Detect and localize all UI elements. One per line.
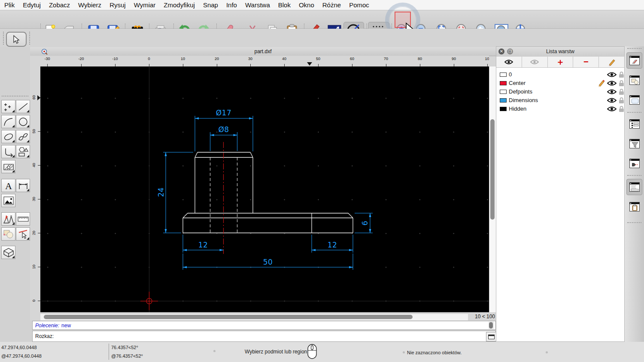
layer-lock-icon[interactable] — [619, 88, 624, 95]
menu-snap[interactable]: Snap — [203, 1, 218, 9]
dim-12-right-label: 12 — [328, 241, 337, 249]
dock-clipboard-button[interactable] — [626, 199, 642, 215]
hide-all-layers-button[interactable] — [522, 57, 548, 68]
layer-visible-icon[interactable] — [607, 80, 617, 86]
layer-name: Defpoints — [509, 88, 532, 95]
dock-selection-filter-button[interactable] — [626, 136, 642, 152]
layer-row-dimensions[interactable]: Dimensions — [496, 96, 624, 105]
status-grip-dot — [213, 350, 216, 352]
drawing-window-titlebar[interactable]: part.dxf — [30, 47, 496, 56]
block-list-widget-icon — [629, 75, 640, 85]
selection-status: Nie zaznaczono obiektów. — [407, 350, 462, 355]
show-all-layers-button[interactable] — [496, 57, 522, 68]
dimension-tool-button[interactable] — [16, 179, 30, 192]
hatch-tool-button[interactable] — [1, 160, 15, 173]
command-history-label: Polecenie: — [35, 323, 59, 329]
main-toolbar: SVG + + — [0, 11, 644, 29]
layer-visible-icon[interactable] — [607, 97, 617, 103]
circle-draw-button[interactable] — [16, 115, 30, 128]
layer-color-swatch[interactable] — [500, 72, 507, 77]
menu-zmodyfikuj[interactable]: Zmodyfikuj — [164, 1, 195, 9]
layer-lock-icon[interactable] — [619, 71, 624, 78]
image-icon — [3, 196, 14, 205]
dock-command-line-button[interactable] — [626, 179, 642, 195]
dock-separator — [627, 112, 641, 113]
command-widget-icon — [629, 182, 640, 192]
selection-pointer-button[interactable] — [6, 32, 27, 47]
menu-pomoc[interactable]: Pomoc — [349, 1, 369, 9]
horizontal-scrollbar[interactable] — [40, 314, 468, 320]
ruler-label: 60 — [32, 95, 36, 100]
layer-visible-icon[interactable] — [607, 89, 617, 95]
layer-lock-icon[interactable] — [619, 97, 624, 104]
layer-lock-icon[interactable] — [619, 106, 624, 112]
arc-tool-button[interactable] — [1, 115, 15, 128]
dock-library-browser-button[interactable] — [626, 92, 642, 108]
layer-color-swatch[interactable] — [500, 98, 507, 103]
layer-visible-icon[interactable] — [607, 106, 617, 112]
dim-6-label: 6 — [361, 220, 369, 225]
points-tool-button[interactable] — [1, 100, 15, 113]
modify-tools-button[interactable] — [1, 212, 15, 226]
dock-entity-list-button[interactable] — [626, 116, 642, 132]
vertical-scrollbar[interactable] — [489, 66, 496, 312]
ellipse-tool-button[interactable] — [1, 130, 15, 143]
order-tool-button[interactable] — [1, 227, 15, 241]
command-history-scrollbar-thumb[interactable] — [489, 322, 493, 329]
layer-name: Center — [509, 80, 526, 86]
menu-wymiar[interactable]: Wymiar — [134, 1, 156, 9]
menu-okno[interactable]: Okno — [299, 1, 314, 9]
text-tool-button[interactable]: A — [1, 179, 15, 192]
shapes-tool-button[interactable] — [16, 145, 30, 158]
menu-wybierz[interactable]: Wybierz — [78, 1, 101, 9]
spline-tool-button[interactable] — [16, 130, 30, 143]
drawing-canvas[interactable]: Ø17 Ø8 24 6 12 12 50 — [40, 66, 489, 312]
dim-dia17-label: Ø17 — [216, 109, 232, 117]
image-tool-button[interactable] — [1, 194, 15, 207]
remove-layer-button[interactable]: − — [573, 57, 599, 68]
line-draw-button[interactable] — [16, 100, 30, 113]
ruler-label: 0 — [32, 299, 36, 302]
layer-visible-icon[interactable] — [607, 72, 617, 78]
cursor-position-marker — [307, 62, 312, 66]
menu-info[interactable]: Info — [226, 1, 237, 9]
layer-color-swatch[interactable] — [500, 90, 507, 94]
edit-layer-button[interactable] — [599, 57, 624, 68]
layer-row-defpoints[interactable]: Defpoints — [496, 87, 624, 96]
drawing-geometry — [40, 66, 489, 312]
layer-color-swatch[interactable] — [500, 107, 507, 111]
command-history: Polecenie: new — [32, 321, 496, 330]
3d-box-tool-button[interactable] — [1, 246, 15, 259]
ruler-label: 10 — [181, 57, 185, 61]
delete-entity-button[interactable] — [16, 227, 30, 241]
layer-row-0[interactable]: 0 — [496, 70, 624, 79]
menu-rysuj[interactable]: Rysuj — [109, 1, 126, 9]
status-separator — [109, 344, 109, 360]
polyline-tool-button[interactable] — [1, 145, 15, 158]
layer-row-hidden[interactable]: Hidden — [496, 105, 624, 113]
measure-tool-button[interactable] — [16, 212, 30, 226]
dim-24-label: 24 — [157, 187, 165, 197]
layer-lock-icon[interactable] — [619, 80, 624, 87]
command-input[interactable] — [55, 332, 495, 341]
menu-plik[interactable]: Plik — [4, 1, 15, 9]
dock-lighting-button[interactable] — [626, 155, 642, 172]
vertical-scrollbar-thumb[interactable] — [490, 119, 495, 220]
add-layer-button[interactable]: ＋ — [548, 57, 574, 68]
dock-layer-list-button[interactable] — [626, 52, 642, 69]
menu-warstwa[interactable]: Warstwa — [245, 1, 270, 9]
menu-zobacz[interactable]: Zobacz — [49, 1, 70, 9]
layer-color-swatch[interactable] — [500, 81, 507, 85]
layer-row-center[interactable]: Center — [496, 79, 624, 87]
menu-rozne[interactable]: Różne — [322, 1, 341, 9]
ruler-label: 70 — [384, 57, 388, 61]
command-keyboard-button[interactable] — [486, 332, 496, 341]
toolbar-handle — [3, 32, 4, 45]
dock-block-list-button[interactable] — [626, 72, 642, 88]
menu-blok[interactable]: Blok — [278, 1, 291, 9]
ruler-label: 0 — [148, 57, 150, 61]
horizontal-scrollbar-thumb[interactable] — [44, 315, 413, 319]
ruler-label: -20 — [78, 57, 84, 61]
command-history-scrollbar[interactable] — [489, 322, 494, 329]
menu-edytuj[interactable]: Edytuj — [23, 1, 41, 9]
